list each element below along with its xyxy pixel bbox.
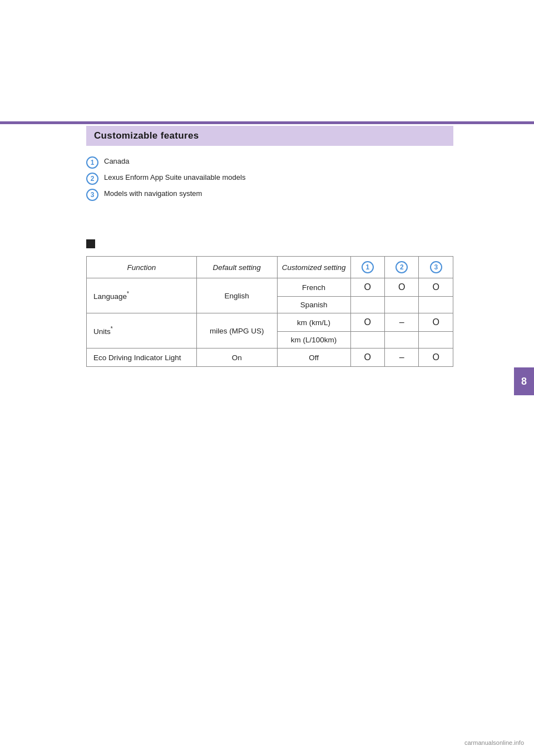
th-default: Default setting: [196, 257, 277, 278]
legend-item-2: 2 Lexus Enform App Suite unavailable mod…: [86, 172, 453, 185]
watermark-area: carmanualsonline.info: [464, 739, 524, 746]
legend-text-3: Models with navigation system: [104, 188, 202, 199]
header-badge-3: 3: [430, 261, 442, 273]
cell-units-kml100-2: [384, 332, 418, 348]
cell-default-units: miles (MPG US): [196, 313, 277, 348]
legend-item-1: 1 Canada: [86, 156, 453, 169]
header-badge-2: 2: [395, 261, 408, 273]
cell-function-language: Language*: [87, 278, 197, 313]
cell-customized-kml100: km (L/100km): [277, 332, 350, 348]
legend-badge-2: 2: [86, 173, 98, 185]
header-badge-1: 1: [362, 261, 374, 273]
cell-lang-spanish-2: [384, 297, 418, 313]
bullet-icon: [86, 239, 95, 248]
th-col2: 2: [384, 257, 418, 278]
cell-lang-spanish-1: [350, 297, 384, 313]
legend-text-1: Canada: [104, 156, 130, 167]
cell-default-eco: On: [196, 348, 277, 367]
table-row: Units* miles (MPG US) km (km/L) O – O: [87, 313, 453, 332]
legend-area: 1 Canada 2 Lexus Enform App Suite unavai…: [86, 156, 453, 204]
table-row: Eco Driving Indicator Light On Off O – O: [87, 348, 453, 367]
legend-badge-3: 3: [86, 189, 98, 201]
section-title: Customizable features: [94, 130, 199, 141]
cell-customized-spanish: Spanish: [277, 297, 350, 313]
features-table: Function Default setting Customized sett…: [86, 256, 453, 367]
page-number: 8: [521, 376, 527, 387]
cell-units-kmkml-1: O: [350, 313, 384, 332]
cell-lang-french-3: O: [419, 278, 453, 297]
cell-lang-spanish-3: [419, 297, 453, 313]
cell-customized-eco: Off: [277, 348, 350, 367]
top-accent-bar: [0, 121, 534, 124]
table-row: Language* English French O O O: [87, 278, 453, 297]
cell-units-kml100-3: [419, 332, 453, 348]
watermark-url: carmanualsonline.info: [464, 739, 524, 746]
cell-default-language: English: [196, 278, 277, 313]
cell-customized-french: French: [277, 278, 350, 297]
cell-lang-french-1: O: [350, 278, 384, 297]
features-table-container: Function Default setting Customized sett…: [86, 256, 453, 367]
section-header: Customizable features: [86, 126, 453, 146]
legend-item-3: 3 Models with navigation system: [86, 188, 453, 201]
cell-customized-kmkml: km (km/L): [277, 313, 350, 332]
th-col1: 1: [350, 257, 384, 278]
page-container: Customizable features 1 Canada 2 Lexus E…: [0, 0, 534, 756]
cell-eco-3: O: [419, 348, 453, 367]
cell-units-kmkml-2: –: [384, 313, 418, 332]
cell-eco-2: –: [384, 348, 418, 367]
cell-function-units: Units*: [87, 313, 197, 348]
cell-eco-1: O: [350, 348, 384, 367]
th-function: Function: [87, 257, 197, 278]
cell-units-kml100-1: [350, 332, 384, 348]
th-col3: 3: [419, 257, 453, 278]
table-header-row: Function Default setting Customized sett…: [87, 257, 453, 278]
legend-badge-1: 1: [86, 156, 98, 169]
cell-function-eco: Eco Driving Indicator Light: [87, 348, 197, 367]
legend-text-2: Lexus Enform App Suite unavailable model…: [104, 172, 245, 183]
th-customized: Customized setting: [277, 257, 350, 278]
page-number-tab: 8: [514, 367, 534, 395]
cell-units-kmkml-3: O: [419, 313, 453, 332]
cell-lang-french-2: O: [384, 278, 418, 297]
